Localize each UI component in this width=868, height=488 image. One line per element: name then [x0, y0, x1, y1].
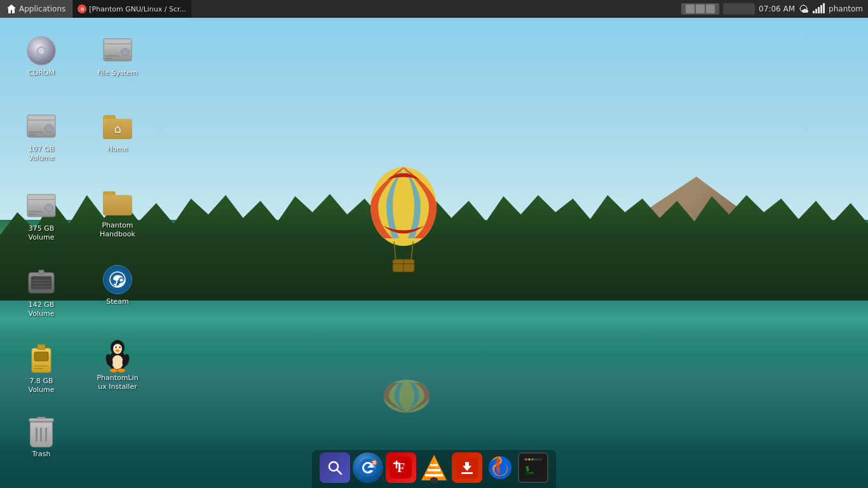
phantom-handbook-label: Phantom Handbook [95, 221, 140, 240]
svg-rect-18 [31, 276, 51, 289]
applications-label: Applications [19, 4, 65, 13]
dock-item-search[interactable] [320, 452, 350, 483]
filesystem-label: File System [95, 69, 140, 78]
svg-point-70 [529, 459, 531, 461]
svg-point-36 [112, 355, 123, 369]
desktop-icon-375gb[interactable]: 375 GB Volume [16, 187, 67, 247]
dock-item-vlc[interactable] [419, 452, 449, 483]
usb-svg [29, 343, 53, 375]
7gb-icon [26, 344, 57, 374]
filesystem-icon [102, 36, 133, 66]
taskbar-top: Applications ⊗ [Phantom GNU/Linux / Scr.… [0, 0, 868, 18]
svg-point-41 [115, 346, 116, 348]
svg-rect-13 [27, 194, 55, 200]
taskbar-left: Applications ⊗ [Phantom GNU/Linux / Scr.… [0, 0, 676, 18]
window-controls[interactable] [681, 3, 719, 15]
desktop-icon-steam[interactable]: Steam [92, 261, 143, 310]
cdrom-icon [26, 36, 57, 66]
balloon-reflection [375, 364, 438, 419]
signal-bar-3 [818, 7, 820, 13]
desktop-icon-trash[interactable]: Trash [16, 413, 67, 463]
svg-point-14 [45, 204, 53, 212]
dock-item-terminal[interactable]: $_ [518, 452, 548, 483]
home-folder-icon: ⌂ [102, 112, 133, 142]
svg-point-34 [120, 278, 123, 281]
steam-icon [102, 264, 133, 295]
gtk-update-dock-icon [452, 452, 482, 483]
balloon [369, 152, 445, 282]
svg-rect-62 [430, 478, 438, 483]
search-dock-icon [320, 452, 350, 483]
desktop: Applications ⊗ [Phantom GNU/Linux / Scr.… [0, 0, 868, 488]
hdd2-svg [27, 194, 56, 219]
142gb-label: 142 GB Volume [18, 301, 64, 319]
svg-point-38 [113, 344, 122, 354]
weather-icon: 🌤 [799, 3, 809, 15]
hdd-svg [27, 114, 56, 140]
trash-label: Trash [18, 450, 64, 459]
svg-point-30 [121, 48, 129, 56]
window-tab-phantom[interactable]: ⊗ [Phantom GNU/Linux / Scr... [72, 0, 191, 18]
tux-installer-icon [102, 341, 133, 371]
terminal-dock-icon: $_ [518, 452, 548, 483]
svg-rect-8 [27, 115, 55, 120]
svg-rect-24 [34, 352, 48, 361]
firefox-dock-icon [485, 452, 515, 483]
filezilla-dock-icon: F [386, 452, 416, 483]
svg-line-49 [337, 470, 342, 475]
svg-rect-29 [104, 39, 132, 44]
window-tab-icon: ⊗ [78, 4, 86, 13]
signal-bar-5 [823, 3, 825, 13]
desktop-icon-cdrom[interactable]: CDROM [16, 32, 67, 81]
desktop-icon-107gb[interactable]: 107 GB Volume [16, 108, 67, 167]
trash-icon [26, 417, 57, 447]
vlc-dock-icon [419, 452, 449, 483]
svg-point-71 [532, 459, 534, 461]
signal-bars [813, 4, 825, 13]
clock: 07:06 AM [759, 4, 795, 13]
fs-svg [103, 38, 132, 64]
desktop-icon-filesystem[interactable]: File System [92, 32, 143, 81]
svg-rect-22 [39, 270, 44, 274]
signal-bar-4 [820, 5, 822, 13]
svg-point-43 [116, 349, 119, 352]
svg-point-46 [110, 369, 118, 372]
dock-item-filezilla[interactable]: F [386, 452, 416, 483]
svg-text:$_: $_ [526, 465, 534, 473]
svg-rect-65 [461, 472, 473, 474]
7gb-label: 7.8 GB Volume [18, 377, 64, 395]
dock: F [312, 450, 556, 488]
svg-point-47 [118, 369, 125, 372]
dock-item-firefox[interactable] [485, 452, 515, 483]
desktop-icon-home[interactable]: ⌂ Home [92, 108, 143, 158]
phantom-handbook-icon [102, 188, 133, 219]
thunderbird-dock-icon [353, 452, 383, 483]
107gb-icon [26, 112, 57, 142]
svg-rect-25 [37, 344, 45, 349]
hdd3-svg [27, 268, 55, 298]
window-tab-label: [Phantom GNU/Linux / Scr... [89, 5, 186, 13]
dock-item-gtk-update[interactable] [452, 452, 482, 483]
username: phantom [829, 4, 863, 13]
steam-svg [108, 270, 127, 289]
desktop-icon-7gb[interactable]: 7.8 GB Volume [16, 340, 67, 399]
desktop-icon-phantom-handbook[interactable]: Phantom Handbook [92, 184, 143, 243]
desktop-icon-phantom-installer[interactable]: PhantomLinux Installer [92, 337, 143, 396]
375gb-icon [26, 191, 57, 222]
dock-item-thunderbird[interactable] [353, 452, 383, 483]
applications-menu[interactable]: Applications [0, 0, 72, 18]
phantom-installer-label: PhantomLinux Installer [95, 374, 140, 392]
signal-bar-1 [813, 11, 815, 13]
taskbar-right: 07:06 AM 🌤 phantom [676, 3, 868, 15]
375gb-label: 375 GB Volume [18, 224, 64, 243]
steam-label: Steam [95, 297, 140, 306]
cdrom-label: CDROM [18, 69, 64, 78]
signal-bar-2 [815, 9, 817, 13]
desktop-icon-142gb[interactable]: 142 GB Volume [16, 264, 67, 323]
svg-point-69 [526, 459, 527, 461]
svg-point-9 [45, 125, 53, 132]
home-icon [6, 4, 17, 14]
tux-svg [104, 339, 132, 372]
107gb-label: 107 GB Volume [18, 145, 64, 163]
svg-point-42 [119, 346, 120, 348]
